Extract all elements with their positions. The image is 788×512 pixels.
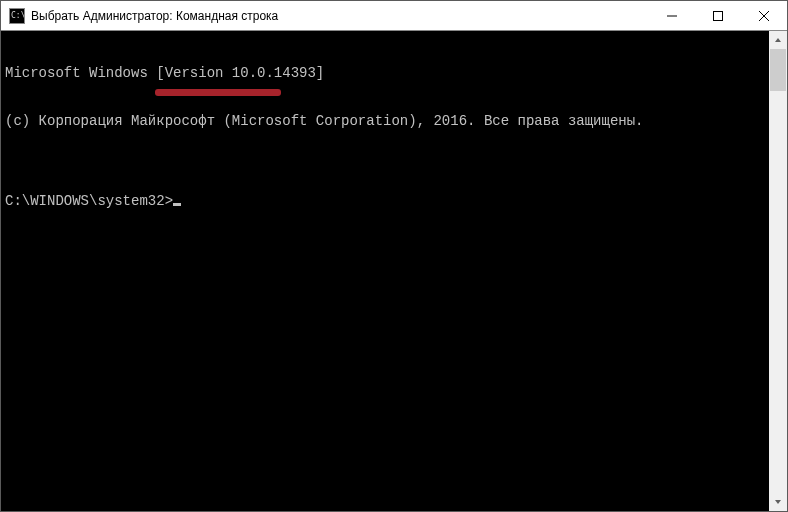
scroll-up-button[interactable] [769,31,787,49]
svg-marker-4 [775,38,781,42]
svg-marker-5 [775,500,781,504]
close-button[interactable] [741,1,787,30]
scroll-track[interactable] [769,49,787,493]
version-line: Microsoft Windows [Version 10.0.14393] [5,65,765,81]
cursor-icon [173,203,181,206]
window-controls [649,1,787,30]
window-title: Выбрать Администратор: Командная строка [31,9,649,23]
minimize-button[interactable] [649,1,695,30]
titlebar[interactable]: C:\ Выбрать Администратор: Командная стр… [1,1,787,31]
scroll-thumb[interactable] [770,49,786,91]
vertical-scrollbar[interactable] [769,31,787,511]
maximize-button[interactable] [695,1,741,30]
highlight-underline [155,89,281,96]
prompt-text: C:\WINDOWS\system32> [5,193,173,209]
prompt-line[interactable]: C:\WINDOWS\system32> [5,193,765,209]
terminal-output[interactable]: Microsoft Windows [Version 10.0.14393] (… [1,31,769,511]
cmd-icon: C:\ [9,8,25,24]
svg-rect-1 [714,11,723,20]
client-area: Microsoft Windows [Version 10.0.14393] (… [1,31,787,511]
copyright-line: (c) Корпорация Майкрософт (Microsoft Cor… [5,113,765,129]
scroll-down-button[interactable] [769,493,787,511]
